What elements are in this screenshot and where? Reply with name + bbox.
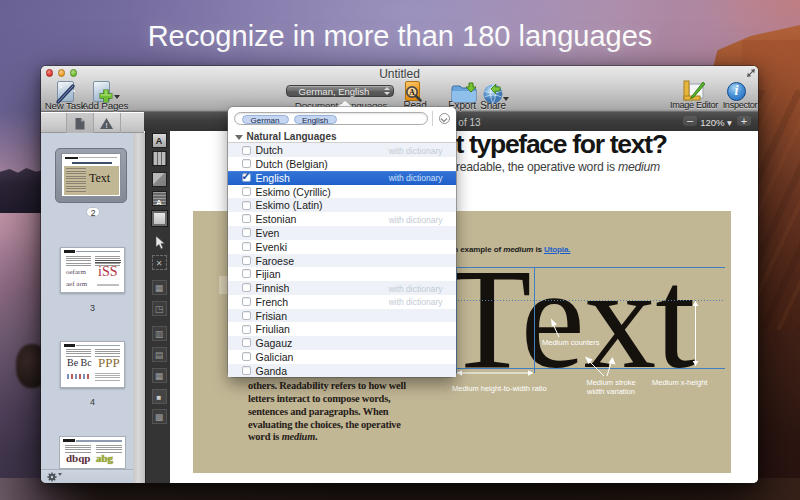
svg-text:!: !: [105, 121, 108, 130]
svg-text:A: A: [409, 88, 415, 97]
